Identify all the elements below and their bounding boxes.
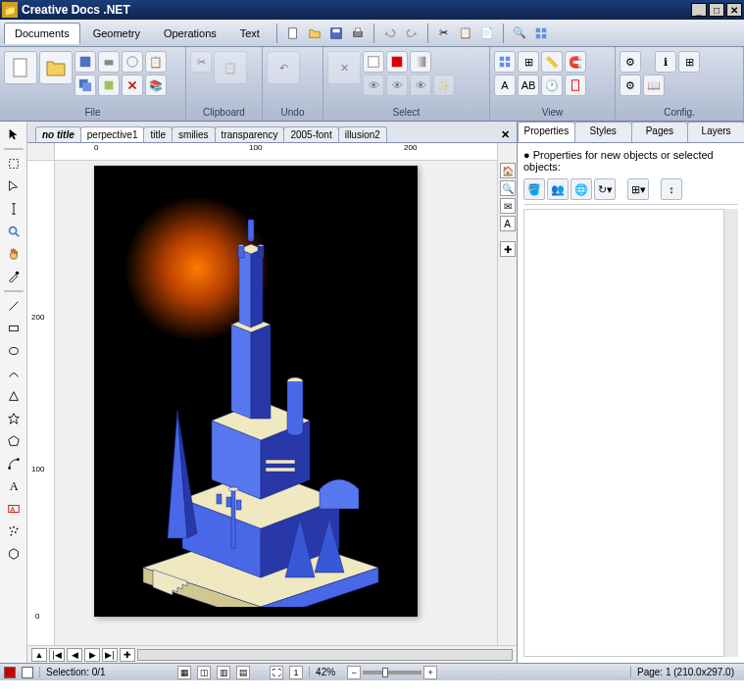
paste-button[interactable]: 📋: [214, 51, 247, 84]
clock-icon[interactable]: 🕐: [541, 75, 563, 96]
menu-tab-documents[interactable]: Documents: [4, 23, 80, 44]
eye3-icon[interactable]: 👁: [410, 75, 431, 96]
hnav-next-icon[interactable]: ▶: [84, 648, 100, 662]
panel-tab-pages[interactable]: Pages: [631, 122, 689, 142]
canvas-viewport[interactable]: [55, 161, 497, 645]
vctrl-mail[interactable]: ✉: [500, 198, 516, 214]
fill-red[interactable]: [386, 51, 408, 73]
panel-tab-styles[interactable]: Styles: [574, 122, 632, 142]
vctrl-zoom[interactable]: 🔍: [500, 180, 516, 196]
properties-button[interactable]: 📋: [145, 51, 167, 73]
prop-people-icon[interactable]: 👥: [547, 178, 569, 200]
arc-tool[interactable]: [3, 363, 25, 384]
rect-tool[interactable]: [3, 318, 25, 339]
picker-tool[interactable]: [3, 266, 25, 287]
prop-globe-icon[interactable]: 🌐: [570, 178, 592, 200]
save-button[interactable]: [74, 51, 96, 73]
zoom-tool-icon[interactable]: 🔍: [510, 24, 529, 43]
print-icon[interactable]: [348, 24, 368, 43]
copy-icon[interactable]: 📋: [456, 24, 475, 43]
gear2-icon[interactable]: ⚙: [620, 75, 641, 96]
close-button[interactable]: ✕: [726, 3, 742, 17]
star-tool[interactable]: [3, 408, 25, 429]
doctab-transparency[interactable]: transparency: [215, 126, 285, 142]
fg-color-swatch[interactable]: [4, 667, 16, 678]
wand-icon[interactable]: ✨: [433, 75, 455, 96]
close-tab-button[interactable]: ✕: [497, 126, 513, 142]
panel-tab-layers[interactable]: Layers: [687, 122, 744, 142]
doctab-notitle[interactable]: no title: [35, 126, 81, 142]
maximize-button[interactable]: □: [709, 3, 724, 17]
doctab-illusion2[interactable]: illusion2: [338, 126, 387, 142]
text-b-icon[interactable]: AB: [518, 75, 539, 96]
spray-tool[interactable]: [3, 521, 25, 542]
ruler-icon[interactable]: 📏: [541, 51, 563, 73]
textbox-tool[interactable]: A: [3, 498, 25, 520]
panel-tab-properties[interactable]: Properties: [518, 122, 575, 142]
doctab-2005font[interactable]: 2005-font: [283, 126, 338, 142]
canvas-page[interactable]: [94, 166, 418, 617]
direct-select-tool[interactable]: [3, 175, 25, 197]
paste-icon[interactable]: 📄: [477, 24, 497, 43]
sb-mode3-icon[interactable]: ▥: [217, 666, 230, 679]
delete-button[interactable]: ✕: [327, 51, 361, 84]
hnav-add-icon[interactable]: ✚: [120, 648, 135, 662]
eye1-icon[interactable]: 👁: [363, 75, 384, 96]
magnet-icon[interactable]: 🧲: [565, 51, 586, 73]
pointer-tool[interactable]: [3, 124, 25, 145]
recent-button[interactable]: [122, 51, 143, 73]
text-tool[interactable]: A: [3, 475, 25, 497]
zoom-in-button[interactable]: +: [423, 666, 437, 679]
menu-tab-geometry[interactable]: Geometry: [82, 23, 151, 44]
sb-mode2-icon[interactable]: ◫: [197, 666, 211, 679]
hexagon-tool[interactable]: [3, 543, 25, 565]
triangle-tool[interactable]: [3, 385, 25, 407]
prop-loop-icon[interactable]: ↻▾: [594, 178, 616, 200]
hnav-last-icon[interactable]: ▶|: [102, 648, 118, 662]
sb-zoom100-icon[interactable]: 1: [289, 666, 303, 679]
menu-tab-text[interactable]: Text: [229, 23, 271, 44]
vctrl-add[interactable]: ✚: [500, 241, 516, 257]
vctrl-home[interactable]: 🏠: [500, 163, 516, 178]
page-outline-icon[interactable]: [565, 75, 586, 96]
gears-icon[interactable]: ⚙: [620, 51, 641, 73]
new-button[interactable]: [4, 51, 37, 84]
saveall-button[interactable]: [74, 75, 96, 96]
new-doc-icon[interactable]: [283, 24, 303, 43]
fill-gradient[interactable]: [410, 51, 431, 73]
sb-mode4-icon[interactable]: ▤: [236, 666, 250, 679]
help-button[interactable]: 📚: [145, 75, 167, 96]
grid-view-icon[interactable]: [494, 51, 516, 73]
doctab-title[interactable]: title: [143, 126, 173, 142]
prop-bucket-icon[interactable]: 🪣: [523, 178, 545, 200]
eye2-icon[interactable]: 👁: [386, 75, 408, 96]
ellipse-tool[interactable]: [3, 340, 25, 362]
zoom-tool[interactable]: [3, 221, 25, 242]
sb-mode1-icon[interactable]: ▦: [177, 666, 191, 679]
text-a-icon[interactable]: A: [494, 75, 516, 96]
grid2-icon[interactable]: ⊞: [678, 51, 700, 73]
bg-color-swatch[interactable]: [22, 667, 33, 678]
edit-tool[interactable]: [3, 198, 25, 220]
undo-button[interactable]: ↶: [267, 51, 300, 84]
open-button[interactable]: [39, 51, 73, 84]
guides-icon[interactable]: ⊞: [518, 51, 539, 73]
panel-scrollbar[interactable]: [724, 209, 738, 657]
save-icon[interactable]: [326, 24, 346, 43]
hnav-scrollbar[interactable]: [137, 649, 513, 661]
book-icon[interactable]: 📖: [643, 75, 665, 96]
hnav-up-icon[interactable]: ▲: [31, 648, 47, 662]
zoom-out-button[interactable]: −: [347, 666, 361, 679]
prop-align-icon[interactable]: ↕: [661, 178, 682, 200]
open-icon[interactable]: [305, 24, 324, 43]
export-button[interactable]: [98, 75, 120, 96]
print-button[interactable]: [98, 51, 120, 73]
undo-icon[interactable]: [380, 24, 400, 43]
cut-icon[interactable]: ✂: [434, 24, 454, 43]
prop-grid-icon[interactable]: ⊞▾: [627, 178, 649, 200]
minimize-button[interactable]: _: [691, 3, 707, 17]
zoom-slider[interactable]: [363, 671, 422, 675]
cut-button[interactable]: ✂: [190, 51, 212, 73]
close-doc-button[interactable]: [122, 75, 143, 96]
select-rect-tool[interactable]: [3, 153, 25, 175]
